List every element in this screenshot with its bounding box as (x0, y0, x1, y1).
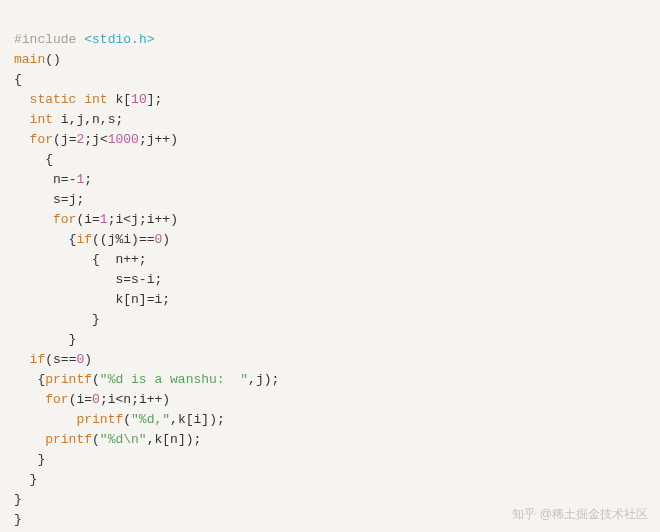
main-fn: main (14, 52, 45, 67)
for-kw: for (30, 132, 53, 147)
int-kw: int (84, 92, 107, 107)
string-literal: "%d is a wanshu: " (100, 372, 248, 387)
code-block: #include <stdio.h> main() { static int k… (0, 0, 660, 532)
brace-open: { (14, 72, 22, 87)
var-decl: i,j,n,s (61, 112, 116, 127)
preproc-include: #include (14, 32, 76, 47)
header-name: stdio (92, 32, 131, 47)
static-kw: static (30, 92, 77, 107)
angle-lt: < (84, 32, 92, 47)
printf-fn: printf (45, 372, 92, 387)
brace-close: } (14, 492, 22, 507)
if-kw: if (76, 232, 92, 247)
angle-gt: > (147, 32, 155, 47)
